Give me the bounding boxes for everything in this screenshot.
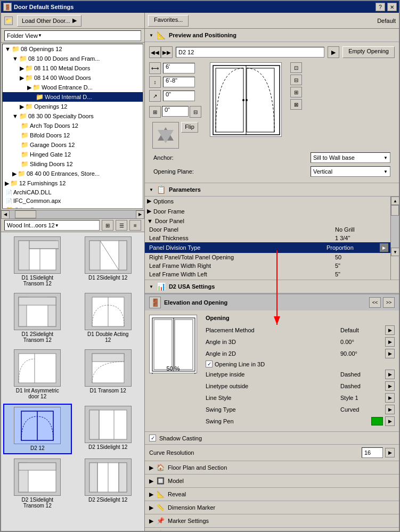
thumb-d2-12[interactable]: D2 12 xyxy=(3,404,72,454)
tree-item-hingate[interactable]: 📁 Hinged Gate 12 xyxy=(3,150,143,159)
param-row-panel-division[interactable]: Panel Division Type Proportion ▶ xyxy=(145,242,390,253)
help-button[interactable]: ? xyxy=(375,3,385,11)
param-row-leaf-right[interactable]: Leaf Frame Width Right 5" xyxy=(145,261,390,270)
pos-icon-1[interactable]: ⊡ xyxy=(290,62,302,73)
tree-item-ifc[interactable]: 📄 IFC_Common.apx xyxy=(3,197,143,205)
pos-icon-4[interactable]: ⊠ xyxy=(290,99,302,110)
d2-settings-header[interactable]: ▼ 📊 D2 USA Settings xyxy=(145,280,399,293)
close-button[interactable]: ✕ xyxy=(387,3,397,11)
elevation-next-btn[interactable]: >> xyxy=(383,297,395,308)
listing-labeling-row[interactable]: ▶ 📋 Listing and Labeling xyxy=(145,528,399,531)
tree-item-furnishings[interactable]: ▶ 📁 12 Furnishings 12 xyxy=(3,178,143,188)
params-scrollbar[interactable]: ▲ ▼ xyxy=(390,197,399,280)
anchor-btn-2[interactable]: ⊟ xyxy=(190,106,201,118)
preview-section-header[interactable]: ▼ 📐 Preview and Positioning xyxy=(145,29,399,42)
parameters-section-header[interactable]: ▼ 📋 Parameters xyxy=(145,183,399,197)
tree-item-sliding[interactable]: 📁 Sliding Doors 12 xyxy=(3,159,143,169)
elevation-prev-btn[interactable]: << xyxy=(369,297,381,308)
tree-item-other[interactable]: 📁 Other Doors xyxy=(3,205,143,209)
thumb-d1-1sidelight-transom[interactable]: D1 1SidelightTransom 12 xyxy=(3,234,72,289)
scroll-left-btn[interactable]: ◀ xyxy=(1,210,10,219)
reveal-row[interactable]: ▶ 📐 Reveal xyxy=(145,488,399,501)
tree-item-entrance[interactable]: ▶ 📁 Wood Entrance D... xyxy=(3,83,143,92)
tree-item-archicad[interactable]: 📄 ArchiCAD.DLL xyxy=(3,188,143,197)
height-input[interactable]: 6'-8" xyxy=(163,77,195,87)
folder-view-dropdown[interactable]: Folder View ▼ xyxy=(4,30,141,41)
tree-item-wood-doors[interactable]: ▶ 📁 08 14 00 Wood Doors xyxy=(3,73,143,83)
thumb-d1-2sidelight[interactable]: D1 2Sidelight 12 xyxy=(74,234,143,289)
param-group-header-options[interactable]: ▶ Options xyxy=(145,197,390,206)
anchor-dropdown[interactable]: Sill to Wall base ▼ xyxy=(311,152,390,163)
pos-icon-3[interactable]: ⊞ xyxy=(290,87,302,97)
tree-view[interactable]: ▼ 📁 08 Openings 12 ▼ 📁 08 10 00 Doors an… xyxy=(2,44,143,209)
name-arrow-button[interactable]: ▶ xyxy=(328,46,339,58)
next-button[interactable]: ▶▶ xyxy=(161,46,173,58)
opening-line-checkbox[interactable]: ✓ xyxy=(206,361,213,367)
param-group-header-frame[interactable]: ▶ Door Frame xyxy=(145,207,390,216)
swing-pen-color[interactable] xyxy=(371,417,383,425)
placement-method-btn[interactable]: ▶ xyxy=(385,325,395,335)
param-row-leaf-thickness[interactable]: Leaf Thickness 1 3/4" xyxy=(145,234,390,242)
anchor-input[interactable]: 0" xyxy=(162,106,189,117)
thumb-d2-1sidelight-transom[interactable]: D2 1SidelightTransom 12 xyxy=(3,456,72,511)
scroll-thumb[interactable] xyxy=(15,210,36,218)
thumb-view-btn-2[interactable]: ☰ xyxy=(116,220,127,231)
empty-opening-button[interactable]: Empty Opening xyxy=(342,46,395,58)
tree-item-metal[interactable]: ▶ 📁 08 11 00 Metal Doors xyxy=(3,63,143,73)
param-row-door-panel[interactable]: Door Panel No Grill xyxy=(145,225,390,234)
tree-item-internal[interactable]: 📁 Wood Internal D... xyxy=(3,92,143,102)
scroll-right-btn[interactable]: ▶ xyxy=(136,210,144,219)
shadow-casting-checkbox[interactable]: ✓ xyxy=(149,435,156,441)
tree-item-openings[interactable]: ▼ 📁 08 Openings 12 xyxy=(3,44,143,54)
thumb-d2-2sidelight[interactable]: D2 2Sidelight 12 xyxy=(74,456,143,511)
tree-item-specialty[interactable]: ▼ 📁 08 30 00 Specialty Doors xyxy=(3,111,143,121)
dimension-marker-row[interactable]: ▶ 📏 Dimension Marker xyxy=(145,501,399,514)
tree-item-bifold[interactable]: 📁 Bifold Doors 12 xyxy=(3,130,143,140)
line-style-btn[interactable]: ▶ xyxy=(385,393,395,403)
elevation-header[interactable]: 🚪 Elevation and Opening << >> xyxy=(145,294,399,310)
tree-horizontal-scrollbar[interactable]: ◀ ▶ xyxy=(1,210,144,218)
param-arrow-icon[interactable]: ▶ xyxy=(380,243,388,252)
tree-item-archtop[interactable]: 📁 Arch Top Doors 12 xyxy=(3,121,143,130)
param-row-right-panel[interactable]: Right Panel/Total Panel Opening 50 xyxy=(145,253,390,261)
swing-type-btn[interactable]: ▶ xyxy=(385,405,395,414)
params-scroll-up[interactable]: ▲ xyxy=(391,197,399,205)
tree-item-openings12[interactable]: ▶ 📁 Openings 12 xyxy=(3,102,143,111)
favorites-button[interactable]: Favorites... xyxy=(148,15,189,27)
thumb-d1-int-asymmetric[interactable]: D1 Int Asymmetricdoor 12 xyxy=(3,347,72,402)
tree-item-garage[interactable]: 📁 Garage Doors 12 xyxy=(3,140,143,150)
model-row[interactable]: ▶ 🔲 Model xyxy=(145,474,399,488)
thumb-d1-2sidelight-transom[interactable]: D1 2SidelightTransom 12 xyxy=(3,291,72,345)
param-row-leaf-left[interactable]: Leaf Frame Width Left 5" xyxy=(145,270,390,279)
thumb-d1-transom[interactable]: D1 Transom 12 xyxy=(74,347,143,402)
scroll-track[interactable] xyxy=(10,210,136,218)
anchor-btn-1[interactable]: ⊞ xyxy=(149,106,161,118)
swing-pen-btn[interactable]: ▶ xyxy=(385,416,395,426)
param-group-header-panel[interactable]: ▼ Door Panel xyxy=(145,217,390,225)
angle-2d-btn[interactable]: ▶ xyxy=(385,349,395,358)
thumb-d2-1sidelight[interactable]: D2 1Sidelight 12 xyxy=(74,404,143,454)
angle-3d-btn[interactable]: ▶ xyxy=(385,337,395,347)
thumb-view-btn-3[interactable]: ≡ xyxy=(129,220,141,231)
linetype-inside-btn[interactable]: ▶ xyxy=(385,370,395,379)
opening-plane-dropdown[interactable]: Vertical ▼ xyxy=(311,166,390,177)
linetype-outside-btn[interactable]: ▶ xyxy=(385,381,395,391)
marker-settings-row[interactable]: ▶ 📌 Marker Settings xyxy=(145,514,399,528)
params-scroll-down[interactable]: ▼ xyxy=(391,248,399,256)
floor-plan-row[interactable]: ▶ 🏠 Floor Plan and Section xyxy=(145,461,399,474)
prev-button[interactable]: ◀◀ xyxy=(149,46,161,58)
params-scroll-thumb[interactable] xyxy=(391,205,399,216)
load-other-door-button[interactable]: Load Other Door... ▶ xyxy=(17,15,81,27)
curve-resolution-input[interactable]: 16 xyxy=(362,447,383,458)
curve-resolution-btn[interactable]: ▶ xyxy=(385,448,395,457)
angle-input[interactable]: 0" xyxy=(163,91,195,101)
params-scroll-track[interactable] xyxy=(391,205,399,248)
thumb-d1-double-acting[interactable]: D1 Double Acting12 xyxy=(74,291,143,345)
thumb-view-btn-1[interactable]: ⊞ xyxy=(102,220,113,231)
tree-item-doors[interactable]: ▼ 📁 08 10 00 Doors and Fram... xyxy=(3,54,143,63)
tree-item-store[interactable]: ▶ 📁 08 40 00 Entrances, Store... xyxy=(3,169,143,178)
flip-button[interactable]: Flip xyxy=(181,122,198,133)
pos-icon-2[interactable]: ⊟ xyxy=(290,75,302,85)
width-input[interactable]: 6' xyxy=(163,63,195,73)
thumb-selector-dropdown[interactable]: Wood Int...oors 12 ▼ xyxy=(4,220,100,231)
